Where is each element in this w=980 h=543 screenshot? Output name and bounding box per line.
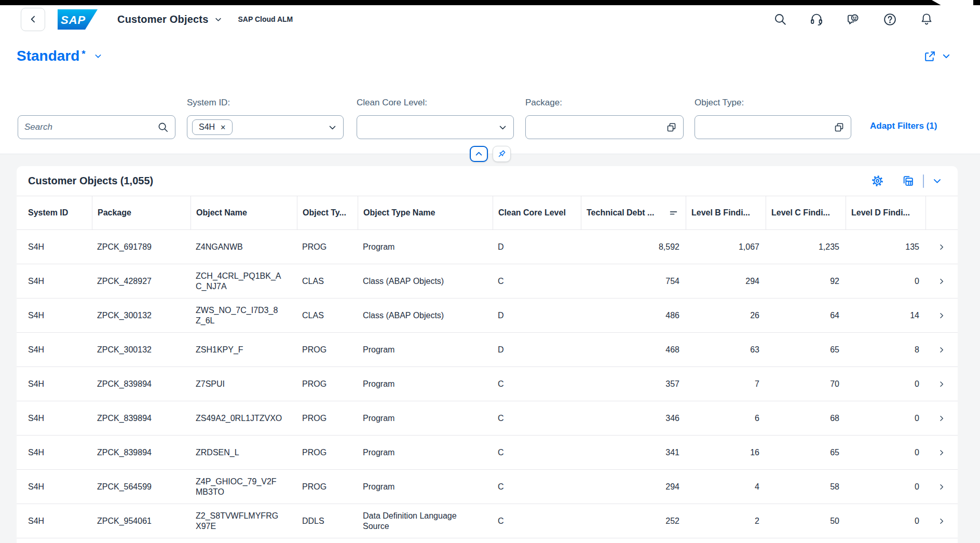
page-expand-button[interactable] [942,51,951,61]
column-header-object-type[interactable]: Object Ty... [297,196,358,229]
table-settings-button[interactable] [871,174,884,187]
share-button[interactable] [923,50,936,63]
cell-level-b-findings: 16 [686,436,766,469]
system-id-token[interactable]: S4H ✕ [192,119,233,135]
collapse-filter-bar-button[interactable] [470,146,488,162]
cell-technical-debt: 8,592 [581,230,686,264]
search-input[interactable] [18,116,175,139]
table-row[interactable]: S4H ZPCK_300132 ZSH1KPY_F PROG Program D… [17,333,958,367]
table-column-headers: System ID Package Object Name Object Ty.… [17,196,958,230]
table-row[interactable]: S4H ZPCK_839894 ZS49A2_0RL1JTZVXO PROG P… [17,401,958,436]
share-export-icon [923,50,936,63]
row-navigation-chevron-icon[interactable] [937,243,946,251]
search-icon[interactable] [157,121,169,133]
cell-object-type-name: Program [358,470,493,504]
cell-technical-debt: 357 [581,367,686,401]
cell-object-name: Z4NGANWB [190,230,297,264]
app-subtitle: SAP Cloud ALM [238,15,293,23]
export-spreadsheet-button[interactable] [902,174,915,187]
column-header-package[interactable]: Package [92,196,190,229]
table-row[interactable]: S4H ZPCK_300132 ZWS_NO_7C_I7D3_8Z_6L CLA… [17,298,958,333]
cell-level-c-findings: 65 [766,436,846,469]
chevron-down-icon [94,52,102,60]
bell-icon [920,12,933,26]
row-navigation-chevron-icon[interactable] [937,517,946,525]
column-header-technical-debt[interactable]: Technical Debt ... [581,196,686,229]
table-row[interactable]: S4H ZPCK_954061 Z2_S8TVWFLMYFRGX97E DDLS… [17,504,958,538]
cell-clean-core-level: D [493,298,581,332]
column-header-system-id[interactable]: System ID [17,196,92,229]
row-navigation-chevron-icon[interactable] [937,346,946,354]
cell-system-id: S4H [17,230,92,264]
search-button[interactable] [773,12,787,26]
pin-filter-bar-button[interactable] [493,146,511,162]
column-header-clean-core-level[interactable]: Clean Core Level [493,196,581,229]
sap-logo-text: SAP [61,13,86,26]
column-header-level-c-findings[interactable]: Level C Findi... [766,196,846,229]
cell-system-id: S4H [17,470,92,504]
chevron-down-icon[interactable] [498,123,507,132]
cell-object-type-name: Program [358,436,493,469]
row-navigation-chevron-icon[interactable] [937,311,946,320]
cell-level-d-findings: 0 [846,401,925,435]
cell-package: ZPCK_839894 [92,367,190,401]
app-title-menu[interactable]: Customer Objects [117,13,222,25]
window-top-bar [0,0,980,5]
value-help-icon[interactable] [666,122,677,133]
back-button[interactable] [21,8,45,31]
row-navigation-chevron-icon[interactable] [937,483,946,491]
notifications-button[interactable] [920,12,933,26]
help-button[interactable] [883,12,897,26]
cell-level-b-findings: 2 [686,504,766,538]
chevron-down-icon[interactable] [328,123,337,132]
feedback-icon [846,12,860,26]
chevron-down-icon [214,16,222,23]
value-help-icon[interactable] [834,122,845,133]
table-header-bar: Customer Objects (1,055) [17,166,958,196]
cell-object-name: ZSH1KPY_F [190,333,297,366]
row-navigation-chevron-icon[interactable] [937,277,946,286]
table-row[interactable]: S4H ZPCK_839894 ZRDSEN_L PROG Program C … [17,436,958,470]
shell-header: SAP Customer Objects SAP Cloud ALM [0,5,980,33]
table-row[interactable]: S4H ZPCK_691789 Z4NGANWB PROG Program D … [17,230,958,264]
cell-object-type: PROG [297,333,358,366]
adapt-filters-button[interactable]: Adapt Filters (1) [870,121,937,131]
package-field[interactable] [525,115,684,139]
table-menu-button[interactable] [932,176,942,186]
table-row[interactable]: S4H ZPCK_428927 ZCH_4CRL_PQ1BK_AC_NJ7A C… [17,264,958,298]
system-id-combobox[interactable]: S4H ✕ [187,115,344,139]
clean-core-level-select[interactable] [357,115,514,139]
cell-technical-debt: 346 [581,401,686,435]
variant-title: Standard [17,48,79,64]
cell-level-d-findings: 14 [846,298,925,332]
cell-object-name: ZRDSEN_L [190,436,297,469]
cell-system-id: S4H [17,367,92,401]
cell-object-type: PROG [297,230,358,264]
row-navigation-chevron-icon[interactable] [937,380,946,388]
column-header-level-d-findings[interactable]: Level D Findi... [846,196,925,229]
cell-level-b-findings: 7 [686,367,766,401]
support-button[interactable] [810,12,823,26]
cell-technical-debt: 486 [581,298,686,332]
object-type-label: Object Type: [695,98,744,108]
object-type-field[interactable] [695,115,851,139]
column-header-level-b-findings[interactable]: Level B Findi... [686,196,766,229]
row-navigation-chevron-icon[interactable] [937,449,946,457]
feedback-button[interactable] [846,12,860,26]
cell-level-c-findings: 68 [766,401,846,435]
system-id-label: System ID: [187,98,230,108]
cell-technical-debt: 294 [581,470,686,504]
cell-level-c-findings: 58 [766,470,846,504]
column-header-object-name[interactable]: Object Name [190,196,297,229]
row-navigation-chevron-icon[interactable] [937,414,946,423]
table-row[interactable]: S4H ZPCK_839894 Z7SPUI PROG Program C 35… [17,367,958,401]
chevron-up-icon [474,150,483,158]
token-remove-icon[interactable]: ✕ [220,124,226,131]
table-row[interactable]: S4H ZPCK_564599 Z4P_GHIOC_79_V2FMB3TO PR… [17,470,958,504]
cell-object-name: Z4P_GHIOC_79_V2FMB3TO [190,470,297,504]
cell-clean-core-level: D [493,230,581,264]
column-header-object-type-name[interactable]: Object Type Name [358,196,493,229]
sort-descending-icon [669,208,678,218]
variant-selector[interactable]: Standard * [17,48,102,64]
chevron-down-icon [942,51,951,61]
